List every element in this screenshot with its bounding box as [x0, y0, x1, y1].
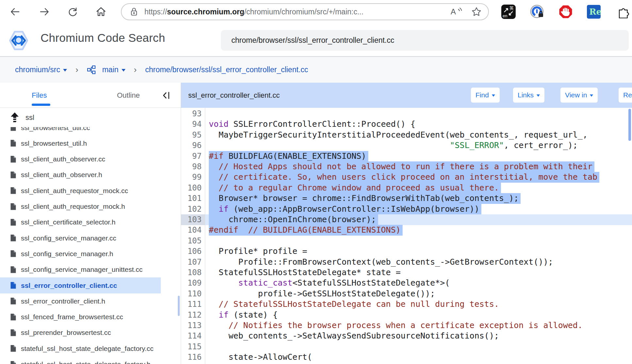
selected-text: #if BUILDFLAG(ENABLE_EXTENSIONS)	[209, 151, 368, 161]
line-number[interactable]: 94	[181, 119, 205, 130]
line-number[interactable]: 117	[181, 363, 205, 364]
code-scrollbar-thumb[interactable]	[628, 109, 631, 141]
file-list-item[interactable]: ssl_browsertest_util.h	[0, 135, 161, 151]
line-number[interactable]: 96	[181, 140, 205, 151]
file-list-item[interactable]: ssl_client_auth_requestor_mock.h	[0, 199, 161, 215]
links-button[interactable]: Links	[513, 88, 544, 103]
sidebar-scrollbar-thumb[interactable]	[178, 296, 180, 316]
browser-window: https://source.chromium.org/chromium/chr…	[0, 0, 632, 364]
breadcrumb-branch[interactable]: main	[87, 65, 125, 74]
line-number[interactable]: 111	[181, 299, 205, 310]
view-in-button[interactable]: View in	[560, 88, 598, 103]
favorites-star-icon[interactable]	[471, 7, 482, 17]
line-number[interactable]: 98	[181, 161, 205, 172]
back-button[interactable]	[9, 6, 21, 18]
file-list: ssl ssl_browsertest_util.ccssl_browserte…	[0, 108, 181, 364]
line-number[interactable]: 105	[181, 236, 205, 246]
line-number[interactable]: 103	[181, 214, 205, 225]
code-row: 104#endif // BUILDFLAG(ENABLE_EXTENSIONS…	[181, 225, 632, 236]
line-number[interactable]: 110	[181, 289, 205, 299]
file-list-item[interactable]: ssl_config_service_manager.cc	[0, 230, 161, 246]
file-list-item[interactable]: ssl_client_certificate_selector.h	[0, 214, 161, 230]
refresh-button[interactable]	[67, 6, 79, 18]
line-number[interactable]: 112	[181, 310, 205, 321]
translate-extension-icon[interactable]: 英en	[501, 5, 516, 19]
adblock-extension-icon[interactable]	[558, 5, 573, 19]
chevron-down-icon	[492, 94, 495, 97]
line-number[interactable]: 93	[181, 108, 205, 119]
selected-text: // to a regular Chrome window and procee…	[209, 183, 501, 193]
selected-text: chrome::OpenInChrome(browser);	[209, 214, 378, 225]
code-row: 109 static_cast<StatefulSSLHostStateDele…	[181, 278, 632, 289]
selected-text: Browser* browser = chrome::FindBrowserWi…	[209, 193, 521, 204]
file-list-item[interactable]: stateful_ssl_host_state_delegate_factory…	[0, 340, 161, 356]
code-row: 97#if BUILDFLAG(ENABLE_EXTENSIONS)	[181, 151, 632, 162]
file-list-item[interactable]: ssl_error_controller_client.h	[0, 293, 161, 309]
code-row: 93	[181, 108, 632, 119]
translate-glyph-cjk: 英	[509, 6, 514, 10]
file-list-item[interactable]: ssl_fenced_frame_browsertest.cc	[0, 309, 161, 325]
code-search-logo[interactable]	[8, 30, 29, 51]
file-name: ssl_client_auth_requestor_mock.h	[21, 203, 125, 210]
file-list-item[interactable]: ssl_error_controller_client.cc	[0, 277, 161, 293]
code-line	[205, 236, 632, 246]
line-number[interactable]: 102	[181, 204, 205, 215]
line-number[interactable]: 115	[181, 341, 205, 352]
site-title[interactable]: Chromium Code Search	[41, 31, 165, 44]
file-icon	[10, 203, 16, 210]
file-list-item[interactable]: stateful_ssl_host_state_delegate_factory…	[0, 356, 161, 364]
code-line: // certificate. So, when users click pro…	[205, 172, 632, 183]
parent-directory-row[interactable]: ssl	[0, 108, 180, 127]
file-list-item[interactable]: ssl_client_auth_observer.h	[0, 167, 161, 183]
line-number[interactable]: 109	[181, 278, 205, 289]
file-icon	[10, 187, 16, 194]
tab-outline[interactable]: Outline	[117, 83, 140, 108]
line-number[interactable]: 106	[181, 246, 205, 257]
code-row: 101 Browser* browser = chrome::FindBrows…	[181, 193, 632, 204]
line-number[interactable]: 95	[181, 130, 205, 141]
code-line: #endif // BUILDFLAG(ENABLE_EXTENSIONS)	[205, 225, 632, 236]
code-line: profile->GetSSLHostStateDelegate());	[205, 289, 632, 299]
file-list-item[interactable]: ssl_prerender_browsertest.cc	[0, 325, 161, 341]
file-icon	[10, 329, 16, 337]
line-number[interactable]: 100	[181, 183, 205, 193]
line-number[interactable]: 107	[181, 257, 205, 268]
related-files-button[interactable]: Rel	[619, 88, 632, 103]
code-line: if (web_app::AppBrowserController::IsWeb…	[205, 204, 632, 215]
breadcrumb-path[interactable]: chrome/browser/ssl/ssl_error_controller_…	[145, 65, 308, 74]
url-host: source.chromium.org	[167, 8, 244, 16]
file-icon	[10, 171, 16, 179]
chevron-down-icon	[63, 69, 67, 72]
line-number[interactable]: 97	[181, 151, 205, 162]
password-manager-extension-icon[interactable]	[530, 5, 544, 19]
code-line: Profile* profile =	[205, 246, 632, 257]
address-bar[interactable]: https://source.chromium.org/chromium/chr…	[121, 3, 489, 20]
line-number[interactable]: 108	[181, 267, 205, 278]
forward-button[interactable]	[39, 6, 50, 18]
line-number[interactable]: 116	[181, 352, 205, 363]
file-list-item[interactable]: ssl_client_auth_requestor_mock.cc	[0, 183, 161, 199]
file-list-item[interactable]: ssl_config_service_manager.h	[0, 246, 161, 262]
read-aloud-icon[interactable]: A	[450, 6, 463, 17]
line-number[interactable]: 99	[181, 172, 205, 183]
home-button[interactable]	[95, 6, 107, 18]
code-row: 114 web_contents_->SetAlwaysSendSubresou…	[181, 331, 632, 341]
search-input[interactable]: chrome/browser/ssl/ssl_error_controller_…	[221, 30, 629, 51]
line-number[interactable]: 113	[181, 320, 205, 331]
re-extension-icon[interactable]: Re	[587, 5, 601, 19]
code-line: static_cast<StatefulSSLHostStateDelegate…	[205, 278, 632, 289]
extensions-puzzle-icon[interactable]	[616, 5, 629, 18]
url-text: https://source.chromium.org/chromium/chr…	[144, 8, 446, 16]
file-name: ssl_error_controller_client.cc	[21, 282, 117, 290]
line-number[interactable]: 104	[181, 225, 205, 236]
file-list-item[interactable]: ssl_config_service_manager_unittest.cc	[0, 262, 161, 278]
line-number[interactable]: 114	[181, 331, 205, 341]
collapse-panel-icon[interactable]	[161, 91, 171, 100]
find-button[interactable]: Find	[471, 88, 500, 103]
up-directory-icon	[10, 112, 20, 123]
breadcrumb-repo[interactable]: chromium/src	[15, 65, 67, 74]
line-number[interactable]: 101	[181, 193, 205, 204]
breadcrumb-separator: ›	[134, 65, 137, 75]
file-list-item[interactable]: ssl_client_auth_observer.cc	[0, 151, 161, 167]
code-row: 106 Profile* profile =	[181, 246, 632, 257]
